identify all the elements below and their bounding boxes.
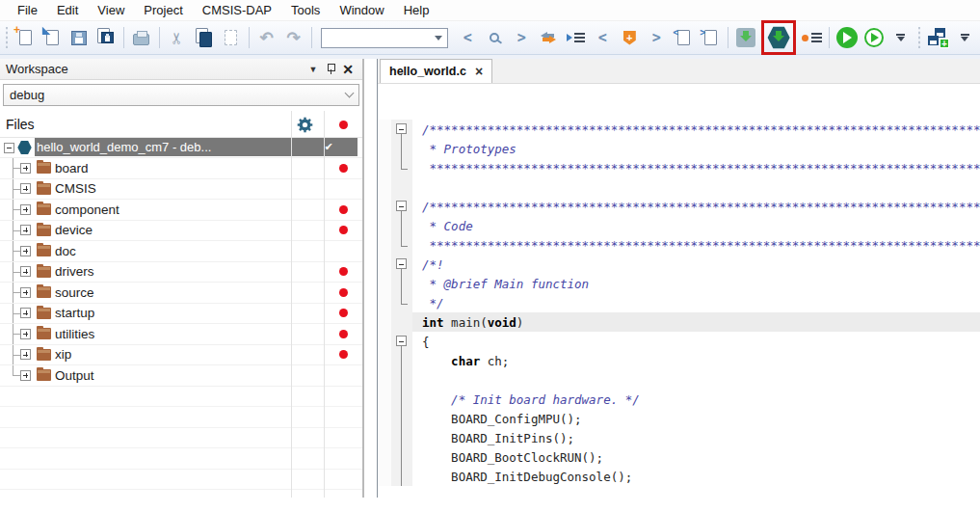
fold-gutter[interactable] (391, 139, 412, 158)
code-line[interactable]: char ch; (378, 351, 980, 370)
fold-gutter[interactable] (391, 390, 412, 409)
tree-item-device[interactable]: device (0, 221, 362, 242)
panel-splitter[interactable] (364, 59, 378, 498)
expand-icon[interactable] (20, 225, 31, 235)
breakpoint-gutter[interactable] (378, 139, 391, 158)
new-document-icon[interactable]: + (12, 24, 39, 51)
expand-icon[interactable] (20, 370, 31, 381)
paste-icon[interactable] (218, 24, 245, 51)
tree-item-cmsis[interactable]: CMSIS (0, 179, 362, 201)
combo-dropdown-icon[interactable] (435, 36, 442, 40)
fold-gutter[interactable] (391, 467, 412, 486)
breakpoint-gutter[interactable] (378, 428, 391, 447)
tree-item-drivers[interactable]: drivers (0, 262, 362, 283)
find-icon[interactable] (481, 24, 508, 51)
fold-gutter[interactable] (391, 351, 412, 370)
menu-file[interactable]: File (8, 1, 47, 19)
fold-gutter[interactable] (391, 158, 412, 177)
fold-gutter[interactable] (391, 274, 412, 293)
breakpoint-gutter[interactable] (378, 274, 391, 293)
breakpoint-gutter[interactable] (378, 409, 391, 428)
breakpoint-gutter[interactable] (378, 235, 391, 255)
code-line[interactable]: int main(void) (378, 312, 980, 332)
run-icon[interactable] (861, 24, 887, 51)
fold-gutter[interactable] (391, 409, 412, 428)
quick-search-input[interactable] (322, 31, 435, 44)
navigate-swap-icon[interactable] (535, 24, 562, 51)
toolbar-overflow-icon[interactable] (951, 24, 978, 51)
cut-icon[interactable]: ✂ (164, 24, 191, 51)
code-line[interactable]: * Prototypes (378, 139, 980, 158)
make-run-icon[interactable] (834, 24, 861, 51)
menu-edit[interactable]: Edit (47, 1, 88, 19)
copy-icon[interactable] (191, 24, 218, 51)
find-next-icon[interactable]: > (508, 24, 535, 51)
menu-window[interactable]: Window (330, 1, 393, 19)
fold-collapse-icon[interactable] (396, 201, 407, 211)
configuration-selector[interactable]: debug (3, 84, 359, 106)
save-workspace-icon[interactable]: + (924, 24, 951, 51)
previous-bookmark-icon[interactable]: < (589, 24, 616, 51)
go-to-function-icon[interactable] (562, 24, 589, 51)
quick-search-combo[interactable] (321, 28, 448, 48)
fold-gutter[interactable] (391, 293, 412, 312)
menu-project[interactable]: Project (134, 1, 192, 19)
breakpoint-gutter[interactable] (378, 255, 391, 274)
debug-without-downloading-icon[interactable] (798, 24, 825, 51)
fold-gutter[interactable] (391, 216, 412, 235)
close-icon[interactable]: ✕ (339, 62, 357, 77)
expand-icon[interactable] (20, 163, 31, 174)
breakpoint-gutter[interactable] (378, 390, 391, 409)
menu-help[interactable]: Help (394, 1, 439, 19)
fold-gutter[interactable] (391, 235, 412, 255)
tree-item-board[interactable]: board (0, 158, 362, 179)
fold-gutter[interactable] (391, 370, 412, 390)
code-line[interactable]: /***************************************… (378, 197, 980, 216)
code-line[interactable]: BOARD_InitDebugConsole(); (378, 467, 980, 486)
code-line[interactable]: { (378, 332, 980, 351)
toolbar-overflow-icon[interactable] (887, 24, 914, 51)
expand-icon[interactable] (20, 329, 31, 339)
breakpoint-gutter[interactable] (378, 370, 391, 390)
fold-gutter[interactable] (391, 428, 412, 447)
undo-icon[interactable]: ↶ (253, 24, 280, 51)
toolbar-grip[interactable] (5, 27, 9, 48)
tree-item-component[interactable]: component (0, 200, 362, 221)
breakpoint-gutter[interactable] (378, 467, 391, 486)
breakpoint-gutter[interactable] (378, 332, 391, 351)
code-line[interactable]: */ (378, 293, 980, 312)
next-document-icon[interactable]: > (697, 24, 724, 51)
code-line[interactable]: BOARD_ConfigMPU(); (378, 409, 980, 428)
tree-item-doc[interactable]: doc (0, 241, 362, 262)
expand-icon[interactable] (20, 349, 31, 360)
fold-gutter[interactable] (391, 447, 412, 467)
pin-icon[interactable] (322, 63, 339, 76)
fold-collapse-icon[interactable] (396, 123, 407, 134)
tree-item-startup[interactable]: startup (0, 304, 362, 325)
open-document-icon[interactable] (39, 24, 66, 51)
breakpoint-gutter[interactable] (378, 120, 391, 139)
code-editor[interactable]: /***************************************… (378, 84, 980, 498)
code-line[interactable] (378, 177, 980, 197)
code-line[interactable]: * Code (378, 216, 980, 235)
fold-gutter[interactable] (391, 197, 412, 216)
next-bookmark-icon[interactable]: > (643, 24, 670, 51)
fold-collapse-icon[interactable] (396, 336, 407, 346)
breakpoint-gutter[interactable] (378, 177, 391, 197)
code-line[interactable]: ****************************************… (378, 235, 980, 255)
expand-icon[interactable] (20, 266, 31, 277)
gear-icon[interactable] (297, 117, 313, 133)
expand-icon[interactable] (20, 204, 31, 215)
breakpoint-gutter[interactable] (378, 216, 391, 235)
tab-hello-world-c[interactable]: hello_world.c × (380, 59, 492, 83)
expand-icon[interactable] (20, 287, 31, 298)
code-line[interactable]: /***************************************… (378, 120, 980, 139)
expand-icon[interactable] (20, 183, 31, 194)
breakpoint-gutter[interactable] (378, 293, 391, 312)
expand-icon[interactable] (20, 308, 31, 318)
project-row[interactable]: hello_world_demo_cm7 - deb... ✔ (0, 138, 362, 158)
fold-gutter[interactable] (391, 255, 412, 274)
download-icon[interactable] (732, 24, 759, 51)
download-and-debug-icon[interactable] (766, 25, 791, 50)
toggle-bookmark-icon[interactable]: + (616, 24, 643, 51)
